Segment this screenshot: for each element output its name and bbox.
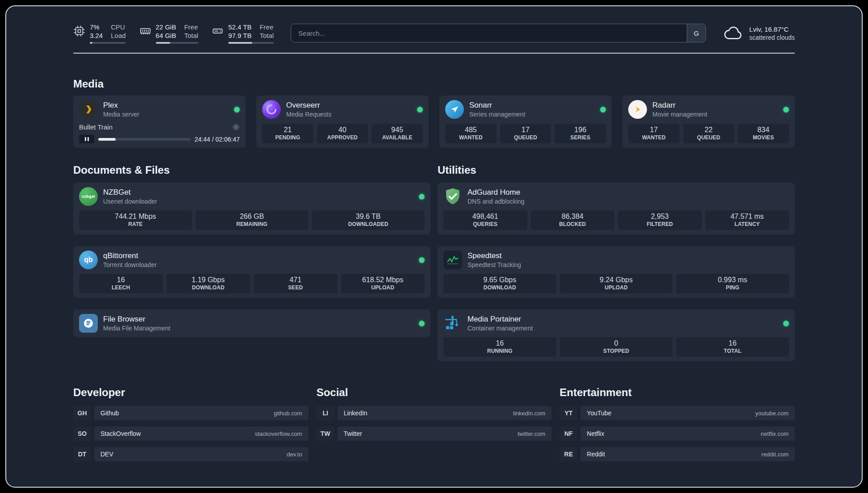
stat-value: 485	[446, 125, 496, 134]
stat-value: 16	[677, 339, 788, 347]
stat-block: 39.6 TB DOWNLOADED	[312, 210, 425, 230]
stat-label: AVAILABLE	[372, 134, 422, 141]
bookmark-youtube[interactable]: YT YouTube youtube.com	[559, 406, 795, 420]
stat-block: 618.52 Mbps UPLOAD	[341, 274, 425, 293]
documents-column: Documents & Files nzbget NZBGet Usenet d…	[73, 164, 430, 361]
disk-free-label: Free	[259, 23, 274, 31]
stat-label: STOPPED	[561, 348, 672, 355]
bookmark-github[interactable]: GH Github github.com	[73, 406, 309, 420]
bookmarks-developer: Developer GH Github github.com SO StackO…	[73, 386, 309, 461]
service-name: Media Portainer	[467, 315, 533, 324]
stats-row: 17 WANTED 22 QUEUED 834 MOVIES	[628, 119, 789, 143]
service-card-qbittorrent[interactable]: qb qBittorrent Torrent downloader 16 LEE…	[73, 246, 430, 298]
bookmark-abbr: TW	[317, 426, 334, 441]
portainer-icon	[443, 314, 462, 333]
stat-value: 47.571 ms	[706, 212, 789, 221]
stat-value: 498,461	[444, 212, 526, 221]
service-description: Media File Management	[103, 325, 170, 332]
service-name: Sonarr	[469, 101, 525, 110]
qbittorrent-icon: qb	[79, 251, 98, 269]
stat-label: LEECH	[80, 284, 162, 291]
stat-label: QUERIES	[444, 221, 526, 228]
disk-progress-bar	[228, 42, 274, 44]
bookmark-url: twitter.com	[517, 430, 545, 437]
stat-block: 47.571 ms LATENCY	[705, 210, 789, 230]
stat-value: 2,953	[619, 212, 701, 221]
resource-widget-memory: 22 GiB Free 64 GiB Total	[139, 23, 199, 44]
service-card-nzbget[interactable]: nzbget NZBGet Usenet downloader 744.21 M…	[73, 183, 430, 234]
stats-row: 16 LEECH 1.19 Gbps DOWNLOAD 471 SEED 6	[79, 269, 425, 293]
pause-button[interactable]	[79, 135, 94, 143]
stats-row: 498,461 QUERIES 86,384 BLOCKED 2,953 FIL…	[443, 206, 789, 230]
cpu-icon	[73, 25, 85, 37]
stat-value: 196	[555, 125, 605, 134]
top-bar: 7% CPU 3.24 Load 22 GiB	[73, 21, 795, 45]
section-title-social: Social	[317, 386, 552, 399]
stat-block: 834 MOVIES	[738, 124, 789, 143]
stat-value: 39.6 TB	[313, 212, 424, 221]
bookmark-name: Netflix	[587, 430, 604, 437]
stat-value: 0.993 ms	[677, 276, 788, 284]
stat-label: LATENCY	[706, 221, 789, 228]
bookmark-reddit[interactable]: RE Reddit reddit.com	[559, 447, 795, 461]
section-title-entertainment: Entertainment	[559, 386, 795, 399]
bookmark-name: DEV	[100, 451, 113, 458]
bookmark-twitter[interactable]: TW Twitter twitter.com	[317, 426, 552, 441]
stat-block: 22 QUEUED	[683, 124, 734, 143]
filebrowser-icon	[79, 314, 98, 333]
service-name: Plex	[103, 101, 139, 110]
stat-value: 86,384	[532, 212, 614, 221]
bookmarks-area: Developer GH Github github.com SO StackO…	[73, 386, 795, 479]
stat-value: 834	[739, 125, 788, 134]
stat-block: 1.19 Gbps DOWNLOAD	[167, 274, 250, 293]
service-card-filebrowser[interactable]: File Browser Media File Management	[73, 309, 430, 337]
status-dot	[417, 107, 423, 113]
service-card-plex[interactable]: Plex Media server Bullet Train	[73, 96, 246, 148]
bookmark-url: linkedin.com	[513, 410, 545, 417]
stat-block: 16 LEECH	[79, 274, 163, 293]
status-dot	[783, 321, 789, 326]
service-name: Radarr	[652, 101, 707, 110]
media-card-row: Plex Media server Bullet Train	[73, 96, 795, 148]
playback-time: 24:44 / 02:06:47	[195, 136, 240, 143]
service-card-adguard[interactable]: AdGuard Home DNS and adblocking 498,461 …	[438, 183, 795, 234]
search-provider-button[interactable]: G	[687, 24, 705, 42]
gear-icon[interactable]	[232, 123, 240, 131]
plex-now-playing-widget: Bullet Train 24:44 / 02:06:47	[79, 119, 240, 143]
service-card-portainer[interactable]: Media Portainer Container management 16 …	[438, 309, 795, 361]
service-name: Overseerr	[286, 101, 331, 110]
stat-label: MOVIES	[739, 134, 788, 141]
cpu-load-label: Load	[111, 31, 125, 40]
memory-progress-fill	[156, 42, 170, 44]
service-card-sonarr[interactable]: Sonarr Series management 485 WANTED 17 Q…	[439, 96, 612, 148]
stat-value: 0	[561, 339, 672, 347]
stat-block: 86,384 BLOCKED	[531, 210, 615, 230]
bookmark-linkedin[interactable]: LI LinkedIn linkedin.com	[317, 406, 552, 420]
seek-bar[interactable]	[98, 138, 191, 141]
bookmark-url: reddit.com	[761, 451, 789, 458]
stat-value: 21	[263, 125, 313, 134]
stat-label: RUNNING	[444, 348, 555, 355]
bookmarks-social: Social LI LinkedIn linkedin.com TW Twitt…	[317, 386, 552, 461]
stat-label: DOWNLOAD	[167, 284, 250, 291]
now-playing-title: Bullet Train	[79, 123, 113, 131]
service-card-overseerr[interactable]: Overseerr Media Requests 21 PENDING 40 A…	[256, 96, 429, 148]
stat-block: 2,953 FILTERED	[618, 210, 702, 230]
bookmark-stackoverflow[interactable]: SO StackOverflow stackoverflow.com	[73, 426, 309, 441]
seek-progress-fill	[98, 138, 116, 141]
service-card-radarr[interactable]: Radarr Movie management 17 WANTED 22 QUE…	[622, 96, 795, 148]
adguard-icon	[443, 187, 462, 206]
status-dot	[419, 321, 425, 326]
bookmark-abbr: NF	[559, 426, 577, 441]
stat-label: SERIES	[555, 134, 605, 141]
memory-free-label: Free	[184, 23, 198, 31]
bookmark-netflix[interactable]: NF Netflix netflix.com	[559, 426, 795, 441]
search-input[interactable]	[291, 24, 706, 42]
disk-total-label: Total	[259, 31, 274, 40]
bookmark-abbr: LI	[317, 406, 334, 420]
nzbget-icon: nzbget	[79, 187, 98, 206]
bookmark-name: StackOverflow	[100, 430, 141, 437]
stat-label: TOTAL	[677, 348, 788, 355]
service-card-speedtest[interactable]: Speedtest Speedtest Tracking 9.65 Gbps D…	[438, 246, 795, 298]
bookmark-dev[interactable]: DT DEV dev.to	[73, 447, 309, 461]
